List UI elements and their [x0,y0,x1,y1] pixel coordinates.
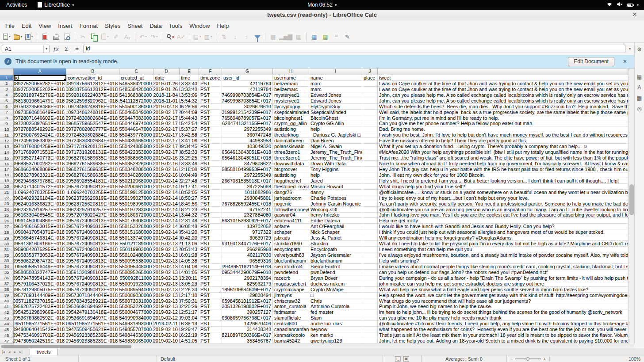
cell[interactable]: 2018-11-01 [153,98,180,104]
cell[interactable]: 1550439778000 [119,132,153,138]
cell[interactable]: 97152241 [222,207,273,213]
cell[interactable]: 16:22:19 [180,332,199,338]
row-header-38[interactable]: 38 [0,287,14,293]
cell[interactable] [362,121,378,127]
cell[interactable]: PST [199,252,222,258]
row-header-26[interactable]: 26 [0,218,14,224]
cell[interactable]: PST [199,207,222,213]
cell[interactable]: 9.61896109684609E+017 [222,287,273,293]
cell[interactable]: 05:41:20 [180,229,199,235]
cell[interactable]: 13:42:58 [180,132,199,138]
cell[interactable]: Trust me...the "ruling class" are oft sc… [378,155,628,161]
cell[interactable]: PST [199,81,222,87]
cell[interactable]: 1550439666000 [119,138,153,144]
row-header-47[interactable]: 47 [0,338,14,344]
cell[interactable]: 1550095265000 [119,270,153,275]
cell[interactable]: 1550151680000 [119,229,153,235]
cell[interactable]: PST [199,264,222,270]
cell[interactable] [362,247,378,252]
cell[interactable]: 1.03591320988102E+018 [66,270,119,275]
cell[interactable]: PST [199,213,222,218]
row-header-11[interactable]: 11 [0,132,14,138]
cell[interactable] [362,161,378,167]
cell[interactable]: 1.09724830802684E+018 [66,115,119,121]
cell[interactable]: 2019-02-14 [153,178,180,184]
cell[interactable]: Holy shit, I need to pretend I am you...… [378,178,628,184]
cell[interactable]: Edward Jones [309,92,362,98]
cell[interactable] [362,195,378,201]
clear-formatting-icon[interactable]: Aₓ [122,32,132,42]
cell[interactable]: 1.09688537000282E+018 [14,161,66,167]
sidebar-gallery-icon[interactable]: ▦ [637,95,642,101]
window-close-icon[interactable]: ✕ [631,11,639,18]
zoom-slider[interactable] [515,358,541,359]
cell[interactable]: I wish you the best, John. I'd love to h… [378,132,628,138]
menu-window[interactable]: Window [186,22,213,30]
cell[interactable]: 1.08927520055282E+018 [14,87,66,92]
cell[interactable]: PST [199,149,222,155]
cell[interactable]: I've always enjoyed mushrooms, bourbon, … [378,252,628,258]
cell[interactable]: 2019-02-17 [153,126,180,132]
cell[interactable]: PST [199,167,222,172]
cell[interactable] [362,298,378,304]
cell[interactable]: siamufficiale [273,315,309,321]
cell[interactable]: 8.65855010499953E+017 [222,167,273,172]
cell[interactable]: 12:18:08 [180,167,199,172]
cell[interactable]: anton_curatola [273,304,309,310]
cell[interactable]: 1.09724830802684E+018 [66,138,119,144]
cell[interactable]: 23:29:25 [180,155,199,161]
row-header-17[interactable]: 17 [0,167,14,172]
cell[interactable]: 1.09576724090813E+018 [66,218,119,224]
cell[interactable]: 1550424885000 [119,144,153,149]
cell[interactable]: 2019-02-10 [153,332,180,338]
cell[interactable]: 2019-02-13 [153,275,180,281]
sort-icon[interactable]: ⇅ [219,32,229,42]
cell[interactable]: 1.09682761589635E+018 [66,161,119,167]
cell[interactable]: PST [199,155,222,161]
cell[interactable]: Tony Higgins [309,167,362,172]
cell[interactable]: I would like to have lunch with Gandhi a… [378,224,628,229]
cell[interactable]: 1549931893000 [119,321,153,327]
row-header-35[interactable]: 35 [0,270,14,275]
cell[interactable]: 1.09718760804259E+018 [14,144,66,149]
cell[interactable]: 2019-02-14 [153,195,180,201]
cell[interactable]: PST [199,161,222,167]
cell[interactable]: bluelanthanum [309,258,362,264]
cell[interactable]: 13:05:23 [180,281,199,287]
cell[interactable]: 1.09576724090813E+018 [66,224,119,229]
row-header-19[interactable]: 19 [0,178,14,184]
cell[interactable]: aofarre [273,224,309,229]
cell[interactable]: 1.09579478954143E+018 [14,275,66,281]
cell[interactable]: 1.09604861653015E+018 [14,224,66,229]
cell[interactable]: 9.47469998703854E+017 [222,92,273,98]
cell[interactable]: 2019-02-13 [153,252,180,258]
cell[interactable]: canadiannanfang [273,327,309,332]
row-header-42[interactable]: 42 [0,309,14,315]
cell[interactable]: 18:52:05 [180,190,199,195]
status-page-style[interactable]: Default [157,355,383,362]
cell[interactable]: 15:44:43 [180,115,199,121]
cell[interactable]: □ [309,293,362,298]
cell[interactable]: 1.09725007692424E+018 [14,132,66,138]
cell[interactable]: PST [199,293,222,298]
cell[interactable]: PST [199,241,222,247]
cell[interactable]: ken marko [309,332,362,338]
cell[interactable]: Eddie Datena [309,218,362,224]
cell[interactable]: Jeremy_The_Truth_Finder [309,155,362,161]
cell[interactable]: PST [199,110,222,115]
cell[interactable]: three3zero1 [273,149,309,155]
cell[interactable]: Help with snoring? [378,258,628,264]
cell[interactable]: PST [199,275,222,281]
find-replace-icon[interactable] [165,32,175,42]
row-header-5[interactable]: 5 [0,98,14,104]
cell[interactable]: 1.09576724090813E+018 [66,241,119,247]
cell[interactable]: 353456787 [222,338,273,344]
cell[interactable]: 2327884080 [222,213,273,218]
header-cell-username[interactable]: username [273,75,309,81]
cell[interactable]: 1550053226000 [119,304,153,310]
cell[interactable]: 2019-02-17 [153,121,180,127]
cell[interactable]: 14:01:05 [180,270,199,275]
cell[interactable]: What if you set up a donation fund... us… [378,144,628,149]
cell[interactable]: flycryptoguy [273,104,309,110]
column-header-A[interactable]: A [14,69,66,75]
